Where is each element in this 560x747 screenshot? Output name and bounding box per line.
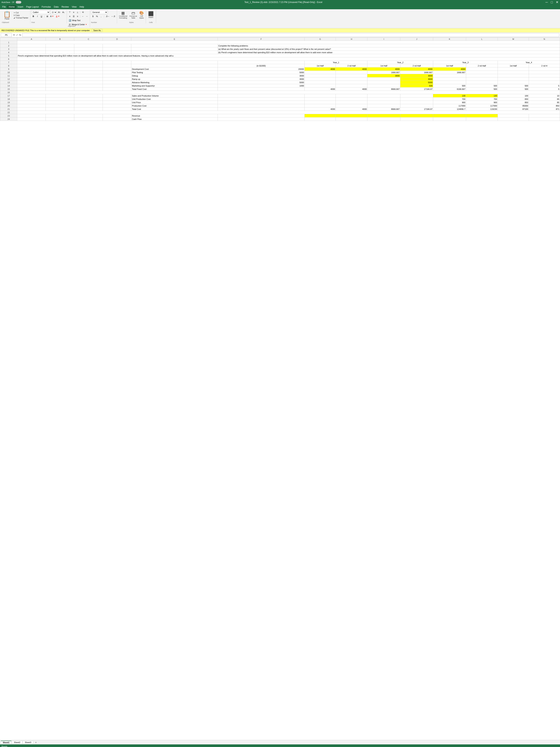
tc-y4h1[interactable]: 87100 <box>498 107 529 111</box>
sheet-tab-1[interactable]: Sheet1 <box>1 741 11 744</box>
increase-decimal-button[interactable]: .0→ <box>105 15 110 18</box>
font-name-select[interactable]: Calibri <box>31 10 50 14</box>
mkt-support-y2h2[interactable]: 500 <box>400 84 433 87</box>
dev-cost-y2h1[interactable]: 4000 <box>367 68 400 71</box>
format-painter-button[interactable]: 🖌 Format Painter <box>13 17 29 19</box>
menu-home[interactable]: Home <box>7 5 16 8</box>
dev-cost-total[interactable]: 20000 <box>218 68 304 71</box>
sheet-tab-3[interactable]: Sheet3 <box>23 741 33 744</box>
minimize-icon[interactable]: ─ <box>545 0 548 4</box>
upc-y3h1[interactable]: 700 <box>433 98 466 101</box>
paste-button[interactable]: 📋 Paste <box>2 10 12 20</box>
pc-y4h2[interactable]: 850 <box>529 104 560 107</box>
sheet-tab-2[interactable]: Sheet2 <box>12 741 22 744</box>
upc-y4h1[interactable]: 650 <box>498 98 529 101</box>
percent-button[interactable]: % <box>95 15 99 18</box>
description-row3[interactable]: (b) Perot's engineers have determined th… <box>218 51 560 54</box>
align-right-button[interactable]: ≡ <box>76 15 79 18</box>
insert-function-icon[interactable]: fx <box>19 33 22 36</box>
cut-button[interactable]: ✂ Cut <box>13 11 29 14</box>
dev-cost-y2h2[interactable]: 4000 <box>400 68 433 71</box>
increase-font-button[interactable]: A↑ <box>57 10 61 14</box>
save-as-button[interactable]: Save As <box>92 29 102 32</box>
spreadsheet-container[interactable]: A B C D E F G H I J K L M N 1 <box>0 37 560 740</box>
underline-button[interactable]: U <box>39 15 43 18</box>
indent-decrease-button[interactable]: ← <box>81 15 85 18</box>
tfc-y2h2[interactable]: 17166.67 <box>400 87 433 91</box>
tc-y1h2[interactable]: 4000 <box>336 107 367 111</box>
dev-cost-y1h1[interactable]: 4000 <box>304 68 336 71</box>
font-color-button[interactable]: A🔻 <box>55 15 60 18</box>
up-y4h2[interactable]: 85 <box>529 101 560 104</box>
menu-formulas[interactable]: Formulas <box>40 5 52 8</box>
pc-y4h1[interactable]: 85000 <box>498 104 529 107</box>
adv-mkt-total[interactable]: 5000 <box>218 81 304 84</box>
menu-page-layout[interactable]: Page Layout <box>25 5 40 8</box>
add-sheet-button[interactable]: + <box>34 741 38 744</box>
decrease-decimal-button[interactable]: ←.0 <box>111 15 116 18</box>
menu-view[interactable]: View <box>70 5 78 8</box>
align-middle-button[interactable]: ≡ <box>72 10 76 14</box>
overflow-row[interactable]: Perot's engineers have determined that s… <box>17 54 560 57</box>
menu-file[interactable]: File <box>1 5 7 8</box>
tfc-y3h1[interactable]: 6166.667 <box>433 87 466 91</box>
menu-review[interactable]: Review <box>60 5 70 8</box>
tfc-y1h1[interactable]: 4000 <box>304 87 336 91</box>
italic-button[interactable]: I <box>35 15 39 18</box>
tc-y2h1[interactable]: 8666.667 <box>367 107 400 111</box>
adv-mkt-y2h2[interactable]: 5000 <box>400 81 433 84</box>
decrease-font-button[interactable]: A↓ <box>62 10 65 14</box>
pc-y3h2[interactable]: 117000 <box>466 104 498 107</box>
pilot-total[interactable]: 5000 <box>218 71 304 74</box>
tfc-y4h1[interactable]: 500 <box>498 87 529 91</box>
dev-cost-y3h1[interactable]: 4000 <box>433 68 466 71</box>
mkt-support-y4h1[interactable]: 500 <box>498 84 529 87</box>
tfc-y2h1[interactable]: 8666.667 <box>367 87 400 91</box>
indent-increase-button[interactable]: → <box>85 15 89 18</box>
menu-data[interactable]: Data <box>52 5 60 8</box>
conditional-formatting-button[interactable]: ▦ ConditionalFormatting <box>118 10 128 19</box>
sales-y4h2[interactable]: 10 <box>529 94 560 98</box>
number-format-select[interactable]: General Number Currency Percentage <box>91 10 108 14</box>
autosave-toggle[interactable] <box>16 1 21 3</box>
align-bottom-button[interactable]: ⊥ <box>76 10 79 14</box>
confirm-formula-icon[interactable]: ✓ <box>16 33 19 36</box>
tc-y2h2[interactable]: 17166.67 <box>400 107 433 111</box>
description-row2[interactable]: (a) What are the yearly cash flows and t… <box>218 47 560 51</box>
formula-input[interactable] <box>22 33 559 37</box>
sales-y4h1[interactable]: 100 <box>498 94 529 98</box>
debug-y2h1[interactable]: 3000 <box>367 74 400 77</box>
tfc-y3h2[interactable]: 500 <box>466 87 498 91</box>
align-left-button[interactable]: ≡ <box>68 15 72 18</box>
ramp-total[interactable]: 3000 <box>218 77 304 81</box>
mkt-support-total[interactable]: 1000 <box>218 84 304 87</box>
copy-button[interactable]: ⎘ Copy <box>13 14 29 17</box>
tc-y1h1[interactable]: 4000 <box>304 107 336 111</box>
maximize-icon[interactable]: □ <box>551 0 553 4</box>
pilot-y3h1[interactable]: 1666.667 <box>433 71 466 74</box>
format-as-table-button[interactable]: 🗃 Format asTable <box>129 10 138 19</box>
pilot-y2h1[interactable]: 1666.667 <box>367 71 400 74</box>
wrap-text-button[interactable]: 🔤 <box>68 19 72 22</box>
tc-y4h2[interactable]: 871 <box>529 107 560 111</box>
fill-color-button[interactable]: A🔻 <box>49 15 55 18</box>
cancel-formula-icon[interactable]: ✕ <box>12 33 16 36</box>
pilot-y2h2[interactable]: 1666.667 <box>400 71 433 74</box>
ramp-y2h2[interactable]: 3000 <box>400 77 433 81</box>
currency-button[interactable]: $ <box>91 15 95 18</box>
close-icon[interactable]: ✕ <box>556 0 559 4</box>
menu-help[interactable]: Help <box>78 5 85 8</box>
comma-button[interactable]: , <box>99 15 103 18</box>
debug-y2h2[interactable]: 3000 <box>400 74 433 77</box>
debug-total[interactable]: 3000 <box>218 74 304 77</box>
mkt-support-y3h1[interactable]: 500 <box>433 84 466 87</box>
up-y3h1[interactable]: 900 <box>433 101 466 104</box>
sales-y3h2[interactable]: 130 <box>466 94 498 98</box>
cell-styles-button[interactable]: 🎨 CellStyles <box>138 10 144 19</box>
tc-y3h2[interactable]: 119230 <box>466 107 498 111</box>
border-button[interactable]: ⊞ <box>45 15 49 18</box>
up-y4h1[interactable]: 850 <box>498 101 529 104</box>
description-row1[interactable]: Complete the following problems: <box>218 44 560 47</box>
name-box[interactable] <box>1 33 12 37</box>
font-size-select[interactable]: 11 <box>50 10 57 14</box>
